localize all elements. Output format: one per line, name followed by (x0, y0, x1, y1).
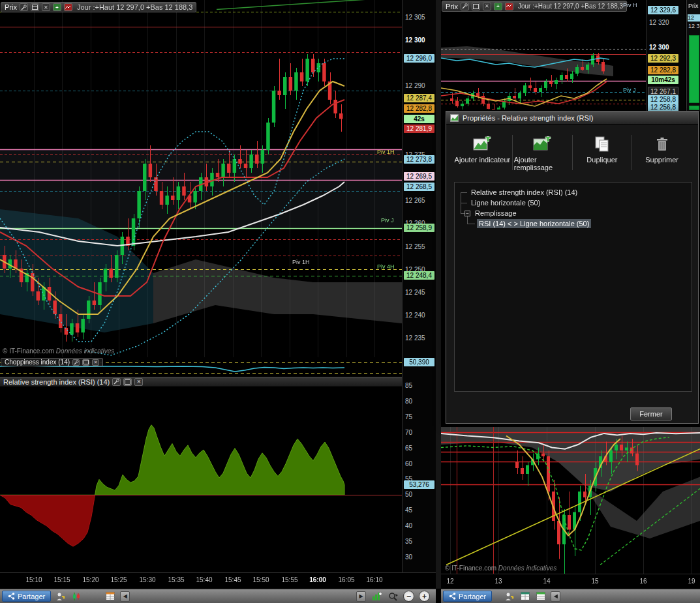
left-chart-titlebar: Prix ✕ + Jour :+Haut 12 297,0 +Bas 12 18… (1, 2, 196, 12)
pivot-label: Piv J (623, 87, 636, 93)
right-price-axis[interactable]: 12 32012 30012 329,612 292,312 282,810m4… (646, 0, 685, 111)
time-label: 13 (485, 578, 511, 585)
left-price-chart-canvas[interactable] (0, 0, 402, 357)
share-icon (8, 593, 15, 600)
left-time-axis[interactable]: 15:1015:1515:2015:2515:3015:3515:4015:45… (0, 572, 436, 589)
user-key-icon[interactable] (55, 591, 67, 602)
rsi-tick: 65 (405, 445, 412, 452)
scroll-right-button[interactable]: ▶ (356, 591, 366, 602)
time-label: 12 (437, 578, 463, 585)
tree-item-rsi[interactable]: Relative strength index (RSI) (14) (469, 188, 579, 196)
scroll-left-button[interactable]: ◀ (551, 591, 560, 602)
chart-add-icon[interactable] (371, 591, 382, 602)
share-button[interactable]: Partager (2, 591, 51, 602)
window-icon[interactable] (82, 359, 89, 366)
price-badge: 12 258,9 (404, 224, 434, 232)
close-icon[interactable]: ✕ (483, 3, 491, 10)
add-indicator-button[interactable]: Ajouter indicateur (454, 132, 511, 173)
left-price-axis[interactable]: 12 30512 30012 29012 27512 26512 26012 2… (402, 0, 436, 572)
window-icon[interactable] (123, 378, 132, 386)
price-badge: 12 268,5 (404, 183, 434, 191)
daily-high-low-label: Jour :+Haut 12 297,0 +Bas 12 188,3 (518, 3, 623, 10)
delete-button[interactable]: Supprimer (633, 132, 690, 173)
price-badge: 42s (404, 115, 434, 123)
duplicate-button[interactable]: Dupliquer (574, 132, 631, 173)
wrench-icon[interactable] (20, 3, 28, 11)
price-tick: 12 300 (405, 37, 425, 44)
close-icon[interactable]: ✕ (134, 378, 143, 386)
price-badge: 50,390 (404, 358, 434, 366)
time-label: 15:35 (163, 576, 189, 583)
indicator-tree[interactable]: Relative strength index (RSI) (14) Ligne… (454, 182, 692, 392)
remove-chart-icon[interactable] (64, 3, 72, 11)
right-price-chart-canvas[interactable] (441, 12, 646, 110)
chart-title: Prix (5, 3, 17, 11)
candles-icon[interactable] (70, 591, 82, 602)
tree-connector (467, 224, 475, 224)
choppiness-title: Choppiness index (14) (5, 359, 70, 366)
share-button[interactable]: Partager (443, 591, 492, 602)
window-icon[interactable] (472, 3, 480, 10)
tree-connector (461, 192, 467, 193)
price-tick: 12 305 (405, 14, 425, 21)
tree-item-horizontal-line[interactable]: Ligne horizontale (50) (469, 199, 542, 207)
tree-item-fill-rule[interactable]: RSI (14) < > Ligne horizontale (50) (477, 220, 591, 228)
zoom-in-icon[interactable]: + (419, 591, 430, 602)
green-candle-block (689, 35, 699, 103)
right-status-bar: Partager ◀ (441, 589, 700, 603)
rsi-tick: 85 (405, 382, 412, 389)
toolbar-separator (572, 135, 573, 170)
wrench-icon[interactable] (112, 378, 121, 386)
close-dialog-button[interactable]: Fermer (630, 407, 672, 420)
rsi-chart-canvas[interactable] (0, 387, 402, 572)
wrench-icon[interactable] (72, 359, 80, 366)
indicator-icon (450, 114, 459, 122)
zoom-cursor-icon[interactable] (387, 591, 399, 602)
wrench-icon[interactable] (461, 3, 469, 10)
right-bottom-chart-canvas[interactable] (441, 427, 700, 574)
remove-chart-icon[interactable] (505, 3, 513, 10)
left-status-bar: Partager ◀ ▶ − + (0, 589, 436, 603)
right-time-axis[interactable]: 121314151619 (441, 574, 700, 589)
add-fill-icon (533, 136, 551, 152)
price-badge: 12 282,8 (648, 66, 678, 74)
window-icon[interactable] (31, 3, 39, 11)
tree-connector (467, 216, 468, 224)
price-tick: 12 265 (405, 197, 425, 204)
price-tick: 12 3 (688, 23, 700, 29)
price-badge: 53,276 (404, 480, 434, 489)
close-icon[interactable]: ✕ (42, 3, 50, 11)
scroll-left-button[interactable]: ◀ (120, 591, 130, 602)
chart-title: Prix (688, 3, 699, 9)
user-key-icon[interactable] (504, 591, 515, 602)
close-icon[interactable]: ✕ (92, 359, 99, 366)
add-chart-icon[interactable]: + (53, 3, 61, 11)
price-tick: 12 240 (405, 312, 425, 319)
price-tick: 12 320 (649, 19, 669, 26)
time-label: 15:55 (277, 576, 303, 583)
add-chart-icon[interactable]: + (494, 3, 502, 10)
time-label: 15:40 (191, 576, 217, 583)
add-fill-button[interactable]: Ajouter remplissage (514, 132, 571, 173)
time-label: 15:50 (248, 576, 274, 583)
trash-icon (655, 136, 669, 152)
rsi-tick: 30 (405, 553, 412, 561)
dialog-toolbar: Ajouter indicateur Ajouter remplissage D… (454, 132, 690, 173)
grid-icon[interactable] (104, 591, 116, 602)
rsi-tick: 60 (405, 460, 412, 467)
price-badge: 12 269,5 (404, 172, 434, 181)
far-right-panel[interactable]: Prix 12 32 12 3 (686, 0, 700, 112)
grid-icon[interactable] (519, 591, 531, 602)
tree-item-fill[interactable]: Remplissage (473, 209, 519, 217)
pane-divider[interactable] (436, 0, 441, 589)
price-badge: 12 287,4 (404, 94, 434, 102)
zoom-out-icon[interactable]: − (403, 591, 414, 602)
price-badge: 12 281,9 (404, 125, 434, 133)
grid2-icon[interactable] (535, 591, 547, 602)
dialog-titlebar[interactable]: Propriétés - Relative strength index (RS… (446, 111, 698, 125)
price-tick: 12 245 (405, 289, 425, 296)
tree-collapse-icon[interactable]: − (464, 211, 470, 216)
price-badge: 12 282,8 (404, 104, 434, 113)
time-label: 15:30 (134, 576, 160, 583)
pivot-label: Piv 1H (292, 259, 310, 265)
